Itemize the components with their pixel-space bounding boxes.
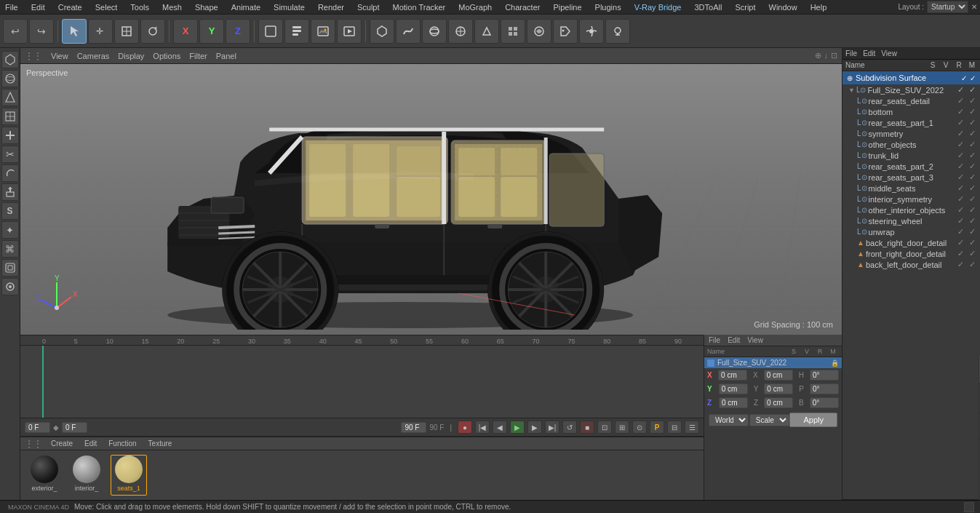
material-exterior[interactable]: exterior_ xyxy=(26,455,63,496)
play-button[interactable]: ▶ xyxy=(510,421,525,434)
cone-left-tool[interactable] xyxy=(1,89,19,106)
cube-left-tool[interactable] xyxy=(1,51,19,68)
rotate-tool-btn[interactable] xyxy=(140,19,165,44)
item13-lock[interactable]: ✓ xyxy=(967,227,977,236)
render-queue-btn[interactable] xyxy=(284,19,309,44)
menu-mograph[interactable]: MoGraph xyxy=(456,3,494,12)
scale-tool-btn[interactable] xyxy=(114,19,139,44)
suv-vis[interactable]: ✓ xyxy=(955,85,965,95)
subd-create-btn[interactable] xyxy=(448,19,473,44)
material-function-menu[interactable]: Function xyxy=(105,440,139,448)
menu-mesh[interactable]: Mesh xyxy=(160,3,184,12)
item11-vis[interactable]: ✓ xyxy=(955,205,965,215)
viewport-lock-icon[interactable]: ⊕ xyxy=(815,51,821,60)
apply-button[interactable]: Apply xyxy=(789,413,837,427)
tree-item-front-right-door[interactable]: ▲ front_right_door_detail ✓ ✓ xyxy=(842,248,980,259)
stop-button[interactable]: ■ xyxy=(580,421,594,434)
item11-lock[interactable]: ✓ xyxy=(967,205,977,215)
menu-file[interactable]: File xyxy=(3,3,20,12)
tree-item-bottom[interactable]: L⊙ bottom ✓ ✓ xyxy=(842,106,980,117)
material-create-menu[interactable]: Create xyxy=(48,440,76,448)
viewport-tab-display[interactable]: Display xyxy=(118,52,144,60)
tag-create-btn[interactable] xyxy=(553,19,578,44)
item8-lock[interactable]: ✓ xyxy=(967,172,977,182)
b-input[interactable] xyxy=(810,397,839,408)
cmd-left-tool[interactable]: ⌘ xyxy=(1,240,19,258)
menu-window[interactable]: Window xyxy=(767,3,800,12)
menu-vray-bridge[interactable]: V-Ray Bridge xyxy=(632,3,684,12)
circle-left-tool[interactable] xyxy=(1,278,19,295)
step-forward-button[interactable]: ▶| xyxy=(545,421,559,434)
suv-lock[interactable]: ✓ xyxy=(967,85,977,95)
menu-tools[interactable]: Tools xyxy=(128,3,151,12)
tree-item-fullsize-suv[interactable]: ▼ L⊙ Full_Size_SUV_2022 ✓ ✓ xyxy=(842,84,980,95)
menu-create[interactable]: Create xyxy=(56,3,84,12)
viewport-tab-cameras[interactable]: Cameras xyxy=(77,52,110,60)
tree-item-other-objects[interactable]: L⊙ other_objects ✓ ✓ xyxy=(842,139,980,150)
viewport-tab-options[interactable]: Options xyxy=(153,52,180,60)
y-pos-input[interactable] xyxy=(719,383,748,394)
item15-vis[interactable]: ✓ xyxy=(955,249,965,258)
tree-item-middle-seats[interactable]: L⊙ middle_seats ✓ ✓ xyxy=(842,183,980,194)
shader-create-btn[interactable] xyxy=(527,19,551,44)
item7-lock[interactable]: ✓ xyxy=(967,162,977,171)
menu-animate[interactable]: Animate xyxy=(229,3,263,12)
spline-create-btn[interactable] xyxy=(396,19,421,44)
item3-vis[interactable]: ✓ xyxy=(955,118,965,127)
select-tool-btn[interactable] xyxy=(62,19,87,44)
menu-3dtoall[interactable]: 3DToAll xyxy=(692,3,724,12)
nurbs-create-btn[interactable] xyxy=(422,19,447,44)
prev-frame-button[interactable]: ◀ xyxy=(493,421,507,434)
loop-button[interactable]: ↺ xyxy=(562,421,577,434)
tree-item-rear-seats-part2[interactable]: L⊙ rear_seats_part_2 ✓ ✓ xyxy=(842,161,980,172)
viewport-tab-filter[interactable]: Filter xyxy=(189,52,207,60)
item16-vis[interactable]: ✓ xyxy=(955,260,965,269)
menu-plugins[interactable]: Plugins xyxy=(593,3,624,12)
render-settings-btn[interactable] xyxy=(579,19,604,44)
start-frame-input[interactable]: 0 F xyxy=(25,422,50,433)
sync-button[interactable]: ⊙ xyxy=(632,421,647,434)
timeline-options-button[interactable]: ⊟ xyxy=(667,421,682,434)
viewport-fullscreen-icon[interactable]: ↓ xyxy=(824,51,829,60)
x-rot-input[interactable] xyxy=(764,370,793,381)
item2-lock[interactable]: ✓ xyxy=(967,107,977,116)
menu-edit[interactable]: Edit xyxy=(29,3,47,12)
frame-skip-button[interactable]: ⊞ xyxy=(615,421,629,434)
cube-create-btn[interactable] xyxy=(370,19,394,44)
item10-lock[interactable]: ✓ xyxy=(967,194,977,204)
material-edit-menu[interactable]: Edit xyxy=(81,440,100,448)
light-create-btn[interactable] xyxy=(605,19,630,44)
axis-y-btn[interactable]: Y xyxy=(199,19,224,44)
material-interior[interactable]: interior_ xyxy=(68,455,105,496)
picture-viewer-btn[interactable] xyxy=(311,19,335,44)
y-rot-input[interactable] xyxy=(764,383,793,394)
z-rot-input[interactable] xyxy=(764,397,793,408)
item2-vis[interactable]: ✓ xyxy=(955,107,965,116)
cut-left-tool[interactable]: ✂ xyxy=(1,146,19,163)
step-back-button[interactable]: |◀ xyxy=(475,421,490,434)
item4-lock[interactable]: ✓ xyxy=(967,129,977,138)
add-left-tool[interactable] xyxy=(1,127,19,144)
solo-button[interactable]: P xyxy=(650,421,664,434)
menu-render[interactable]: Render xyxy=(316,3,346,12)
item16-lock[interactable]: ✓ xyxy=(967,260,977,269)
item1-vis[interactable]: ✓ xyxy=(955,96,965,106)
subd-check[interactable]: ✓ xyxy=(970,74,976,82)
p-input[interactable] xyxy=(810,383,839,394)
tree-item-rear-seats-part1[interactable]: L⊙ rear_seats_part_1 ✓ ✓ xyxy=(842,117,980,128)
smooth-left-tool[interactable]: S xyxy=(1,202,19,220)
menu-select[interactable]: Select xyxy=(93,3,120,12)
item3-lock[interactable]: ✓ xyxy=(967,118,977,127)
tree-item-back-left-door[interactable]: ▲ back_left_door_detail ✓ ✓ xyxy=(842,259,980,270)
item14-vis[interactable]: ✓ xyxy=(955,238,965,247)
tree-item-other-interior[interactable]: L⊙ other_interior_objects ✓ ✓ xyxy=(842,204,980,215)
end-frame-input[interactable] xyxy=(401,422,426,433)
item9-lock[interactable]: ✓ xyxy=(967,183,977,193)
item12-lock[interactable]: ✓ xyxy=(967,216,977,226)
item6-vis[interactable]: ✓ xyxy=(955,151,965,160)
selected-object-row[interactable]: Full_Size_SUV_2022 🔒 xyxy=(704,357,842,368)
render-active-btn[interactable] xyxy=(337,19,362,44)
menu-character[interactable]: Character xyxy=(503,3,542,12)
item14-lock[interactable]: ✓ xyxy=(967,238,977,247)
tree-item-rear-seats-detail[interactable]: L⊙ rear_seats_detail ✓ ✓ xyxy=(842,95,980,106)
